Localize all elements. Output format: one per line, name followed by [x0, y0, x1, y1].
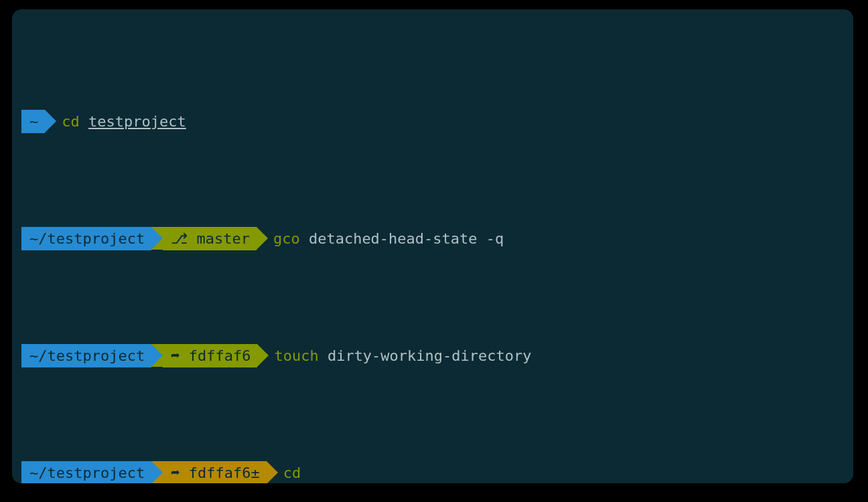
terminal-window[interactable]: ~ cd testproject ~/testproject ⎇ master … [12, 9, 853, 483]
detached-icon: ➦ [171, 344, 179, 367]
prompt-line: ~ cd testproject [21, 110, 853, 133]
command-text: gco detached-head-state -q [268, 227, 504, 250]
git-dirty-segment: ➦ fdffaf6± [163, 461, 266, 483]
branch-icon: ⎇ [171, 227, 188, 250]
powerline-arrow-icon [151, 344, 163, 367]
powerline-arrow-icon [267, 461, 278, 483]
detached-icon: ➦ [171, 461, 179, 483]
powerline-arrow-icon [45, 110, 56, 133]
path-segment: ~/testproject [21, 344, 151, 367]
prompt-line: ~/testproject ➦ fdffaf6 touch dirty-work… [21, 344, 853, 367]
prompt-line: ~/testproject ➦ fdffaf6± cd [21, 461, 853, 483]
git-segment: ⎇ master [163, 227, 257, 250]
command-text: cd testproject [56, 110, 186, 133]
git-segment: ➦ fdffaf6 [163, 344, 257, 367]
path-segment: ~/testproject [21, 461, 151, 483]
powerline-arrow-icon [151, 227, 163, 250]
powerline-arrow-icon [257, 227, 268, 250]
prompt-line: ~/testproject ⎇ master gco detached-head… [21, 227, 853, 250]
path-segment: ~ [21, 110, 45, 133]
path-segment: ~/testproject [21, 227, 151, 250]
powerline-arrow-icon [257, 344, 269, 367]
command-text: cd [278, 461, 301, 483]
powerline-arrow-icon [151, 461, 163, 483]
command-text: touch dirty-working-directory [269, 344, 531, 367]
